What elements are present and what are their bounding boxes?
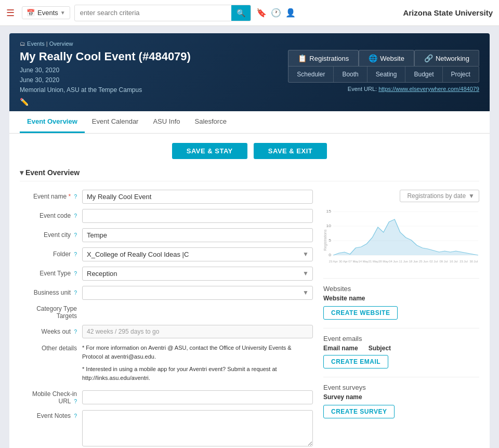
sub-navigation: Event Overview Event Calendar ASU Info S… — [9, 111, 490, 134]
chart-dropdown-chevron-icon: ▼ — [468, 192, 475, 200]
save-exit-button-top[interactable]: SAVE & EXIT — [254, 143, 327, 159]
chart-dropdown[interactable]: Registrations by date ▼ — [400, 190, 479, 202]
event-type-select-wrap: Reception ▼ — [82, 267, 313, 281]
events-dropdown-button[interactable]: 📅 Events ▼ — [22, 6, 70, 19]
tab-booth[interactable]: Booth — [334, 67, 367, 82]
event-notes-textarea[interactable] — [82, 410, 313, 446]
bottom-tab-group: Scheduler Booth Seating Budget Project — [288, 66, 479, 83]
event-city-label: Event city ? — [20, 231, 82, 239]
tab-website-label: Website — [380, 55, 404, 62]
business-unit-select-wrap: ▼ — [82, 286, 313, 300]
svg-text:18 Jun: 18 Jun — [409, 260, 418, 263]
svg-text:30 Jul: 30 Jul — [469, 260, 478, 263]
folder-select-wrap: X_College of Really Cool Ideas |C ▼ — [82, 247, 313, 261]
folder-help-icon[interactable]: ? — [74, 252, 77, 257]
search-bar: 🔍 — [74, 5, 251, 21]
event-date2: June 30, 2020 — [20, 75, 191, 85]
event-name-input[interactable] — [82, 190, 313, 204]
business-unit-help-icon[interactable]: ? — [74, 290, 77, 296]
svg-text:21 May: 21 May — [369, 260, 378, 263]
business-unit-label: Business unit ? — [20, 289, 82, 296]
subnav-event-calendar[interactable]: Event Calendar — [85, 111, 146, 133]
events-calendar-icon: 📅 — [27, 9, 35, 17]
search-button[interactable]: 🔍 — [231, 5, 251, 21]
svg-text:04 Jun: 04 Jun — [389, 260, 398, 263]
event-city-help-icon[interactable]: ? — [74, 232, 77, 238]
business-unit-select[interactable] — [82, 286, 313, 300]
create-email-button[interactable]: CREATE EMAIL — [323, 355, 388, 368]
subnav-salesforce[interactable]: Salesforce — [187, 111, 233, 133]
weeks-out-value: 42 weeks / 295 days to go — [82, 325, 313, 338]
email-subject-column-header: Subject — [369, 345, 391, 352]
top-tab-group: 📋 Registrations 🌐 Website 🔗 Networking — [288, 50, 479, 66]
subnav-event-overview[interactable]: Event Overview — [20, 111, 85, 133]
tab-networking-label: Networking — [436, 55, 469, 62]
events-button-label: Events — [37, 9, 58, 17]
mobile-checkin-input[interactable] — [82, 390, 313, 404]
info-text-1: * For more information on Aventri @ ASU,… — [82, 344, 313, 362]
folder-label: Folder ? — [20, 251, 82, 258]
svg-text:07 May: 07 May — [348, 260, 358, 263]
registrations-icon: 📋 — [298, 54, 307, 62]
websites-section-title: Websites — [323, 285, 479, 293]
folder-select[interactable]: X_College of Really Cool Ideas |C — [82, 247, 313, 261]
svg-text:25 Jun: 25 Jun — [419, 260, 428, 263]
create-survey-button[interactable]: CREATE SURVEY — [323, 405, 395, 418]
event-type-label: Event Type ? — [20, 270, 82, 277]
svg-text:23 Apr: 23 Apr — [329, 260, 338, 263]
save-stay-button-top[interactable]: SAVE & STAY — [172, 143, 247, 159]
breadcrumb-box-icon: 🗂 — [20, 41, 25, 47]
svg-text:30 Apr: 30 Apr — [339, 260, 348, 263]
breadcrumb-overview-link[interactable]: Overview — [49, 41, 73, 47]
svg-text:0: 0 — [329, 252, 331, 257]
event-notes-label: Event Notes ? — [20, 410, 82, 419]
other-details-content: * For more information on Aventri @ ASU,… — [82, 344, 313, 385]
event-code-help-icon[interactable]: ? — [74, 213, 77, 219]
profile-icon[interactable]: 👤 — [285, 8, 296, 18]
event-url-link[interactable]: https://www.elseverywhere.com/484079 — [378, 86, 479, 92]
svg-text:5: 5 — [329, 238, 331, 243]
event-city-input[interactable] — [82, 228, 313, 242]
svg-text:14 May: 14 May — [358, 260, 368, 263]
mobile-checkin-help-icon[interactable]: ? — [74, 399, 77, 404]
tab-website[interactable]: 🌐 Website — [359, 50, 414, 66]
event-notes-help-icon[interactable]: ? — [74, 413, 77, 419]
category-type-label: Category Type — [20, 305, 77, 312]
event-date1: June 30, 2020 — [20, 65, 191, 75]
event-name-help-icon[interactable]: ? — [74, 194, 77, 200]
clock-icon[interactable]: 🕐 — [271, 8, 281, 18]
tab-networking[interactable]: 🔗 Networking — [414, 50, 479, 66]
subnav-asu-info[interactable]: ASU Info — [146, 111, 187, 133]
tab-scheduler[interactable]: Scheduler — [288, 67, 334, 82]
targets-label: Targets — [20, 312, 77, 320]
chart-svg: 15 10 5 0 Registrations — [323, 206, 479, 274]
event-title: My Really Cool Event (#484079) — [20, 50, 191, 63]
svg-text:10: 10 — [326, 223, 331, 228]
tab-budget[interactable]: Budget — [405, 67, 442, 82]
create-website-button[interactable]: CREATE WEBSITE — [323, 306, 398, 320]
edit-icon[interactable]: ✏️ — [20, 98, 191, 106]
other-details-label: Other details — [20, 344, 82, 352]
tab-project[interactable]: Project — [443, 67, 479, 82]
tab-seating[interactable]: Seating — [367, 67, 406, 82]
save-row-top: SAVE & STAY SAVE & EXIT — [20, 143, 479, 159]
event-code-label: Event code ? — [20, 212, 82, 219]
email-name-column-header: Email name — [323, 345, 358, 352]
event-code-input[interactable] — [82, 209, 313, 223]
event-type-select[interactable]: Reception — [82, 267, 313, 281]
registrations-chart: 15 10 5 0 Registrations — [323, 206, 479, 274]
breadcrumb: 🗂 Events | Overview — [20, 41, 479, 47]
svg-text:28 May: 28 May — [378, 260, 388, 263]
website-icon: 🌐 — [369, 54, 377, 62]
hamburger-menu-icon[interactable]: ☰ — [6, 7, 15, 19]
bookmark-icon[interactable]: 🔖 — [256, 8, 267, 18]
tab-registrations[interactable]: 📋 Registrations — [288, 50, 359, 66]
breadcrumb-events-link[interactable]: Events — [27, 41, 45, 47]
svg-text:23 Jul: 23 Jul — [459, 260, 468, 263]
svg-text:09 Jul: 09 Jul — [440, 260, 448, 263]
survey-name-label: Survey name — [323, 393, 479, 401]
search-input[interactable] — [75, 6, 231, 20]
event-surveys-section-title: Event surveys — [323, 384, 479, 391]
weeks-out-help-icon[interactable]: ? — [74, 329, 77, 335]
event-type-help-icon[interactable]: ? — [74, 271, 77, 276]
